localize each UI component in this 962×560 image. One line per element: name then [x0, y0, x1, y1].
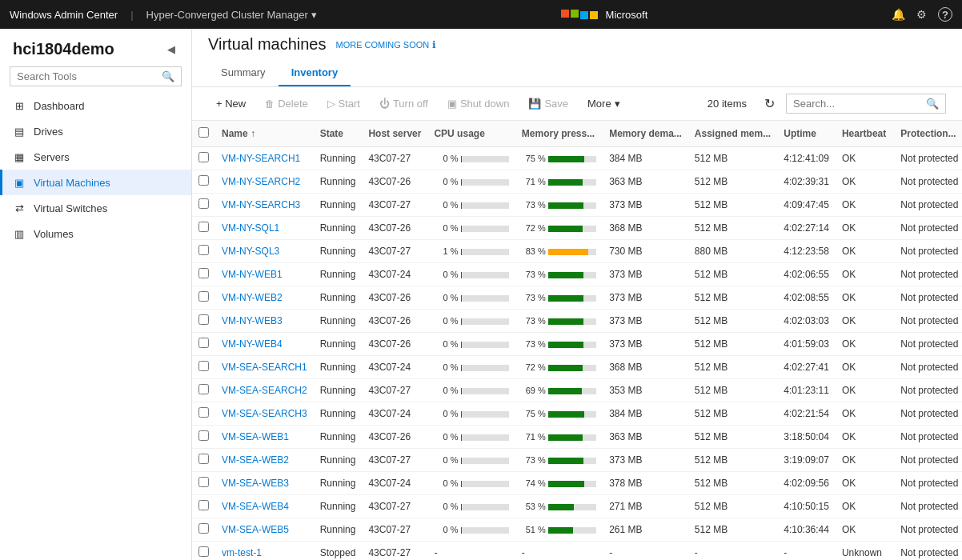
vm-state: Running [314, 472, 363, 495]
vm-name-link[interactable]: VM-NY-WEB2 [222, 292, 283, 303]
row-checkbox[interactable] [198, 477, 209, 487]
col-state[interactable]: State [314, 121, 363, 147]
dashboard-icon: ⊞ [13, 99, 26, 112]
vm-heartbeat: OK [836, 518, 894, 542]
new-button[interactable]: + New [208, 94, 254, 114]
col-name--[interactable]: Name ↑ [215, 121, 314, 147]
search-icon: 🔍 [926, 98, 939, 110]
vm-protection: Not protected [894, 333, 962, 356]
vm-name-link[interactable]: VM-SEA-WEB1 [222, 431, 289, 442]
toolbar-search-box[interactable]: 🔍 [786, 94, 946, 114]
start-button[interactable]: ▷ Start [319, 94, 368, 114]
row-checkbox[interactable] [198, 523, 209, 534]
vm-assigned-mem: 512 MB [688, 402, 777, 426]
vm-assigned-mem: 512 MB [688, 170, 777, 194]
row-checkbox[interactable] [198, 152, 209, 162]
microsoft-logo [561, 10, 598, 19]
tab-inventory[interactable]: Inventory [279, 60, 351, 86]
vm-name-link[interactable]: VM-SEA-WEB3 [222, 478, 289, 489]
vm-name-link[interactable]: VM-NY-SQL3 [222, 246, 279, 257]
col-heartbeat[interactable]: Heartbeat [836, 121, 894, 147]
col-assigned-mem---[interactable]: Assigned mem... [688, 121, 777, 147]
vm-mem-demand: 384 MB [603, 402, 688, 426]
delete-button[interactable]: 🗑 Delete [257, 94, 316, 114]
row-checkbox[interactable] [198, 500, 209, 510]
vm-uptime: 4:12:23:58 [777, 240, 836, 263]
settings-icon[interactable] [916, 8, 927, 21]
col-memory-dema---[interactable]: Memory dema... [603, 121, 688, 147]
col-protection---[interactable]: Protection... [894, 121, 962, 147]
row-checkbox[interactable] [198, 384, 209, 394]
shutdown-button[interactable]: ▣ Shut down [439, 94, 517, 114]
vm-cpu: 0 % [427, 518, 515, 542]
sidebar-nav: ⊞ Dashboard▤ Drives▦ Servers▣ Virtual Ma… [0, 93, 191, 560]
sidebar-item-volumes[interactable]: ▥ Volumes [0, 221, 191, 246]
refresh-button[interactable]: ↻ [756, 92, 783, 115]
vm-name-link[interactable]: VM-NY-SEARCH3 [222, 199, 300, 210]
row-checkbox[interactable] [198, 407, 209, 418]
select-all-checkbox[interactable] [198, 127, 209, 138]
row-checkbox[interactable] [198, 245, 209, 255]
vm-protection: Not protected [894, 310, 962, 333]
more-button[interactable]: More ▾ [579, 94, 628, 114]
vm-name-link[interactable]: VM-SEA-SEARCH2 [222, 385, 307, 396]
vm-heartbeat: OK [836, 495, 894, 518]
sidebar-item-dashboard[interactable]: ⊞ Dashboard [0, 93, 191, 118]
tab-summary[interactable]: Summary [208, 60, 279, 86]
search-tools-input[interactable] [17, 70, 157, 82]
vm-name-link[interactable]: VM-SEA-WEB5 [222, 524, 289, 535]
vm-name-link[interactable]: VM-SEA-WEB2 [222, 454, 289, 466]
row-checkbox[interactable] [198, 338, 209, 348]
vm-name-link[interactable]: VM-NY-SQL1 [222, 222, 279, 234]
col-uptime[interactable]: Uptime [777, 121, 836, 147]
col-checkbox[interactable] [192, 121, 215, 147]
row-checkbox[interactable] [198, 314, 209, 325]
vm-name-link[interactable]: VM-SEA-SEARCH3 [222, 408, 307, 419]
vm-mem-demand: 373 MB [603, 286, 688, 310]
row-checkbox[interactable] [198, 222, 209, 232]
help-icon[interactable] [938, 7, 952, 22]
vm-table: Name ↑StateHost serverCPU usageMemory pr… [192, 121, 962, 560]
row-checkbox[interactable] [198, 175, 209, 186]
col-memory-press---[interactable]: Memory press... [515, 121, 603, 147]
notification-icon[interactable] [892, 8, 905, 21]
search-input[interactable] [793, 98, 921, 110]
row-checkbox[interactable] [198, 291, 209, 302]
more-coming-soon-badge[interactable]: MORE COMING SOON ℹ [335, 39, 436, 50]
turnoff-button[interactable]: ⏻ Turn off [371, 94, 436, 114]
sidebar-item-virtual-switches[interactable]: ⇄ Virtual Switches [0, 195, 191, 221]
vm-mem-demand: 373 MB [603, 310, 688, 333]
vm-protection: Not protected [894, 170, 962, 194]
col-cpu-usage[interactable]: CPU usage [427, 121, 515, 147]
vm-assigned-mem: 512 MB [688, 263, 777, 286]
vm-mem-demand: 378 MB [603, 472, 688, 495]
vm-name-link[interactable]: VM-NY-WEB4 [222, 338, 283, 350]
vm-name-link[interactable]: VM-SEA-SEARCH1 [222, 362, 307, 373]
row-checkbox[interactable] [198, 546, 209, 557]
sidebar-search-box[interactable]: 🔍 [10, 66, 182, 86]
row-checkbox[interactable] [198, 198, 209, 209]
vm-name-link[interactable]: VM-NY-WEB1 [222, 269, 283, 280]
col-host-server[interactable]: Host server [362, 121, 427, 147]
vm-name-link[interactable]: VM-NY-SEARCH1 [222, 153, 300, 164]
row-checkbox[interactable] [198, 268, 209, 278]
item-count: 20 items [707, 98, 747, 110]
row-checkbox[interactable] [198, 454, 209, 464]
row-checkbox[interactable] [198, 430, 209, 441]
vm-name-link[interactable]: VM-SEA-WEB4 [222, 501, 289, 512]
sidebar-item-servers[interactable]: ▦ Servers [0, 144, 191, 170]
row-checkbox[interactable] [198, 361, 209, 371]
vm-host: 43C07-26 [362, 310, 427, 333]
sidebar-item-virtual-machines[interactable]: ▣ Virtual Machines [0, 170, 191, 195]
vm-name-link[interactable]: vm-test-1 [222, 547, 262, 558]
vm-protection: Not protected [894, 240, 962, 263]
collapse-sidebar-button[interactable]: ◀ [164, 40, 178, 58]
sidebar-item-drives[interactable]: ▤ Drives [0, 118, 191, 144]
vm-name-link[interactable]: VM-NY-WEB3 [222, 315, 283, 326]
vm-mem-pressure: 72 % [515, 356, 603, 379]
save-button[interactable]: 💾 Save [520, 94, 576, 114]
cluster-name[interactable]: Hyper-Converged Cluster Manager ▾ [146, 9, 317, 21]
vm-assigned-mem: 512 MB [688, 147, 777, 170]
vm-mem-pressure: 73 % [515, 449, 603, 472]
vm-name-link[interactable]: VM-NY-SEARCH2 [222, 176, 300, 187]
